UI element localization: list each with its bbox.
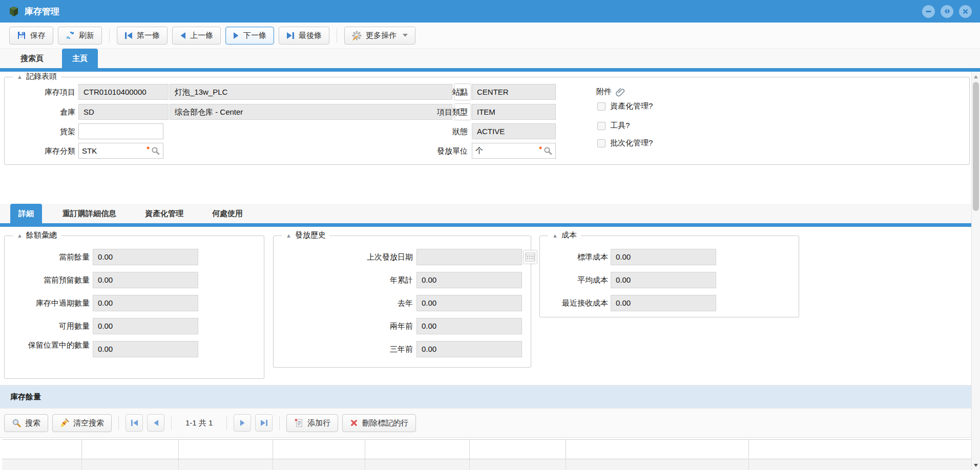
record-header-legend[interactable]: ▲ 記錄表頭: [13, 72, 61, 81]
category-lookup-icon[interactable]: [151, 146, 160, 155]
grid-header-cell: [365, 440, 470, 459]
first-record-button[interactable]: 第一條: [117, 27, 168, 45]
lot-managed-checkbox-label: 批次化管理?: [610, 138, 653, 148]
grid-page-info: 1-1 共 1: [178, 418, 220, 428]
tool-checkbox-row: 工具?: [597, 121, 630, 131]
grid-last-page-button[interactable]: [255, 414, 273, 432]
first-record-label: 第一條: [137, 31, 160, 40]
refresh-label: 刷新: [79, 31, 94, 40]
grid-cell: [179, 459, 273, 470]
ytd-label: 年累計: [274, 272, 413, 288]
grid-add-row-button[interactable]: 添加行: [286, 414, 338, 432]
capitalized-checkbox-label: 資產化管理?: [610, 101, 653, 111]
grid-header-cell: [179, 440, 273, 459]
grid-cell: [749, 459, 971, 470]
previous-record-label: 上一條: [190, 31, 213, 40]
grid-next-page-button[interactable]: [234, 414, 251, 432]
more-actions-button[interactable]: 更多操作: [344, 27, 415, 45]
scrollbar-down-arrow[interactable]: [972, 461, 980, 469]
tab-main-page[interactable]: 主頁: [62, 49, 98, 68]
grid-prev-page-button[interactable]: [147, 414, 164, 432]
tab-search-page[interactable]: 搜索頁: [10, 49, 54, 68]
minimize-button[interactable]: [922, 5, 935, 18]
shelf-input[interactable]: [82, 127, 160, 136]
scrollbar-up-arrow[interactable]: [972, 72, 980, 81]
tool-checkbox[interactable]: [597, 122, 606, 130]
average-cost-label: 平均成本: [540, 272, 608, 288]
grid-cell: [470, 459, 566, 470]
delete-x-icon: [350, 419, 358, 427]
calendar-button[interactable]: [523, 250, 537, 264]
grid-cell: [82, 459, 179, 470]
tab-capitalization[interactable]: 資產化管理: [137, 204, 192, 223]
inventory-balance-title: 庫存餘量: [10, 392, 41, 402]
two-years-ago-field: 0.00: [416, 318, 522, 334]
issue-unit-field-wrap: *: [472, 143, 556, 159]
tab-where-used[interactable]: 何處使用: [204, 204, 251, 223]
tab-capitalization-label: 資產化管理: [145, 209, 183, 219]
category-input[interactable]: [82, 146, 147, 155]
broom-icon: [60, 418, 69, 428]
close-button[interactable]: [959, 5, 972, 18]
restore-button[interactable]: [941, 5, 953, 18]
next-record-button[interactable]: 下一條: [225, 27, 274, 45]
grid-header-row: [2, 439, 971, 459]
required-marker: *: [147, 143, 150, 152]
grid-header-cell: [273, 440, 365, 459]
save-label: 保存: [30, 31, 46, 40]
tab-detail[interactable]: 詳細: [10, 204, 42, 223]
scrollbar-thumb[interactable]: [973, 82, 979, 211]
capitalized-checkbox[interactable]: [597, 102, 606, 111]
grid-header-cell: [2, 440, 82, 459]
cost-legend[interactable]: ▲ 成本: [548, 230, 581, 240]
more-actions-label: 更多操作: [366, 31, 397, 40]
balance-summary-fieldset: ▲ 餘額彙總 當前餘量 0.00 當前預留數量 0.00 庫存中過期數量 0.0…: [4, 236, 264, 379]
toolbar-separator: [109, 29, 110, 42]
current-reserved-label: 當前預留數量: [5, 272, 90, 288]
save-button[interactable]: 保存: [9, 27, 53, 45]
grid-search-button[interactable]: 搜索: [4, 414, 48, 432]
collapse-icon: ▲: [286, 232, 291, 239]
inventory-item-label: 庫存項目: [5, 84, 75, 100]
inventory-item-code-field: CTR01010400000: [78, 84, 169, 100]
attachment-label: 附件: [596, 87, 612, 97]
grid-clear-search-button[interactable]: 清空搜索: [52, 414, 112, 432]
grid-delete-rows-button[interactable]: 刪除標記的行: [342, 414, 416, 432]
issue-history-legend[interactable]: ▲ 發放歷史: [282, 230, 330, 240]
prev-page-icon: [153, 419, 159, 426]
tab-reorder-details[interactable]: 重訂購詳細信息: [54, 204, 124, 223]
close-icon: [962, 8, 969, 15]
grid-toolbar-separator: [171, 416, 172, 430]
balance-summary-legend[interactable]: ▲ 餘額彙總: [13, 230, 61, 240]
refresh-button[interactable]: 刷新: [58, 27, 102, 45]
status-label: 狀態: [363, 123, 468, 139]
expired-in-stock-label: 庫存中過期數量: [5, 295, 90, 311]
window-title: 庫存管理: [25, 6, 59, 17]
three-years-ago-label: 三年前: [274, 341, 413, 357]
grid-empty-row[interactable]: [2, 459, 971, 470]
collapse-icon: ▲: [552, 232, 558, 239]
issue-unit-input[interactable]: [475, 146, 539, 155]
last-record-button[interactable]: 最後條: [279, 27, 329, 45]
current-balance-label: 當前餘量: [5, 249, 90, 265]
previous-record-button[interactable]: 上一條: [172, 27, 221, 45]
paperclip-icon[interactable]: [616, 87, 625, 97]
status-field: ACTIVE: [472, 123, 556, 139]
next-record-label: 下一條: [243, 31, 266, 40]
cost-legend-text: 成本: [561, 230, 577, 240]
standard-cost-label: 標準成本: [540, 249, 608, 265]
main-tab-bar: 搜索頁 主頁: [0, 49, 980, 68]
last-year-label: 去年: [274, 295, 413, 311]
required-marker: *: [539, 143, 542, 152]
lot-managed-checkbox[interactable]: [597, 139, 606, 147]
grid-header-cell: [749, 440, 971, 459]
vertical-scrollbar[interactable]: [971, 72, 980, 470]
item-type-field: ITEM: [472, 104, 556, 120]
shelf-field-wrap: [78, 123, 163, 139]
grid-first-page-button[interactable]: [126, 414, 143, 432]
issue-unit-lookup-icon[interactable]: [544, 146, 552, 155]
grid-delete-rows-label: 刪除標記的行: [362, 418, 408, 428]
grid-toolbar-separator: [118, 416, 119, 430]
next-page-icon: [240, 419, 245, 426]
item-type-label: 項目類型: [363, 104, 468, 120]
